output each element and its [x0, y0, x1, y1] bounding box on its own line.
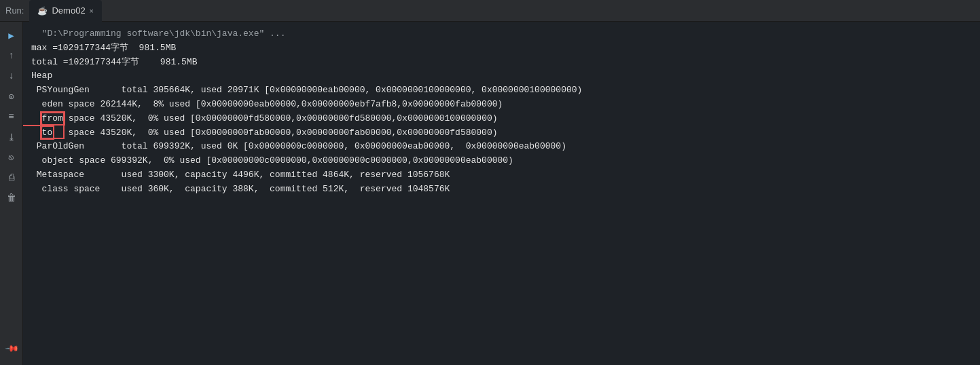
tab-java-icon: ☕	[37, 6, 48, 16]
console-line: object space 699392K, 0% used [0x0000000…	[31, 154, 972, 168]
sidebar: ▶ ↑ ↓ ⊙ ≡ ⤓ ⎋ ⎙ 🗑 📌	[0, 22, 23, 365]
console-line: ParOldGen total 699392K, used 0K [0x0000…	[31, 140, 972, 154]
run-icon[interactable]: ▶	[2, 26, 21, 45]
wrap-icon[interactable]: ≡	[2, 107, 21, 126]
console-line: PSYoungGen total 305664K, used 20971K [0…	[31, 83, 972, 98]
console-line: eden space 262144K, 8% used [0x00000000e…	[31, 98, 972, 112]
tab-demo02[interactable]: ☕ Demo02 ×	[29, 0, 102, 22]
save-icon[interactable]: ⤓	[2, 128, 21, 147]
clear-icon[interactable]: 🗑	[2, 189, 21, 208]
console-line: max =1029177344字节 981.5MB	[31, 41, 972, 56]
scroll-down-icon[interactable]: ↓	[2, 66, 21, 85]
main-layout: ▶ ↑ ↓ ⊙ ≡ ⤓ ⎋ ⎙ 🗑 📌 "D:\Programming soft…	[0, 22, 980, 365]
console-line: Heap	[31, 69, 972, 83]
run-label: Run:	[5, 5, 24, 16]
highlighted-keyword: from	[42, 113, 63, 123]
tab-label: Demo02	[52, 5, 85, 16]
tab-close-button[interactable]: ×	[90, 7, 94, 15]
console-line: to space 43520K, 0% used [0x00000000fab0…	[31, 126, 972, 140]
console-output: "D:\Programming software\jdk\bin\java.ex…	[23, 22, 980, 365]
console-line: "D:\Programming software\jdk\bin\java.ex…	[31, 27, 972, 41]
camera-icon[interactable]: ⊙	[2, 87, 21, 106]
print-icon[interactable]: ⎙	[2, 168, 21, 187]
console-line: Metaspace used 3300K, capacity 4496K, co…	[31, 168, 972, 182]
rerun-icon[interactable]: ⎋	[2, 148, 21, 167]
top-bar: Run: ☕ Demo02 ×	[0, 0, 980, 22]
highlighted-keyword: to	[42, 128, 53, 138]
console-line: total =1029177344字节 981.5MB	[31, 56, 972, 70]
pin-icon[interactable]: 📌	[0, 335, 24, 362]
console-line: from space 43520K, 0% used [0x00000000fd…	[31, 112, 972, 126]
scroll-up-icon[interactable]: ↑	[2, 46, 21, 65]
console-line: class space used 360K, capacity 388K, co…	[31, 182, 972, 197]
